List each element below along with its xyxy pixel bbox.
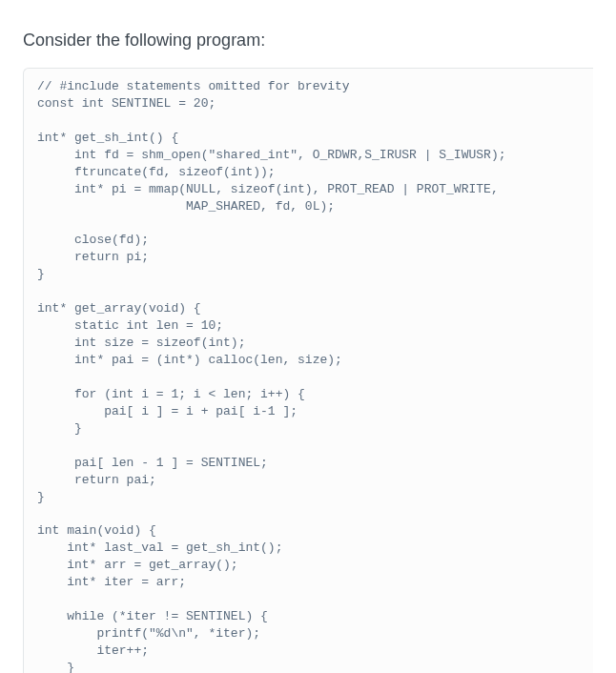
code-content: // #include statements omitted for brevi… (24, 78, 593, 673)
question-prompt: Consider the following program: (23, 31, 593, 51)
page-container: Consider the following program: // #incl… (0, 0, 616, 673)
code-block: // #include statements omitted for brevi… (23, 68, 593, 673)
